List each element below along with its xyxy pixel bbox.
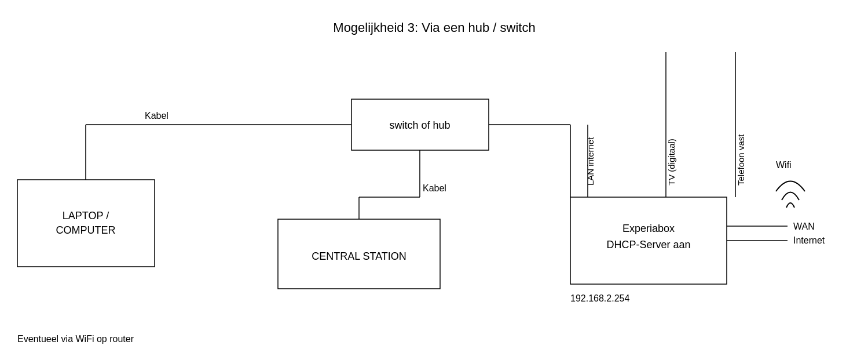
internet-label: Internet bbox=[793, 235, 825, 245]
switch-label: switch of hub bbox=[389, 119, 450, 131]
ip-label: 192.168.2.254 bbox=[570, 293, 629, 303]
wan-label: WAN bbox=[793, 221, 815, 231]
wifi-arc1 bbox=[776, 181, 805, 192]
experiabox-label2: DHCP-Server aan bbox=[606, 239, 690, 250]
tv-label: TV (digitaal) bbox=[666, 139, 676, 186]
wifi-label: Wifi bbox=[776, 160, 792, 170]
laptop-label2: COMPUTER bbox=[56, 224, 116, 236]
kabel2-label: Kabel bbox=[423, 183, 446, 193]
experiabox-label1: Experiabox bbox=[622, 223, 675, 234]
footer-label: Eventueel via WiFi op router bbox=[17, 334, 134, 344]
wifi-arc2 bbox=[782, 192, 799, 201]
laptop-box bbox=[17, 180, 155, 267]
diagram: Mogelijkheid 3: Via een hub / switch swi… bbox=[0, 0, 868, 356]
title: Mogelijkheid 3: Via een hub / switch bbox=[333, 20, 535, 35]
telefoon-label: Telefoon vast bbox=[736, 134, 746, 186]
central-label: CENTRAL STATION bbox=[312, 250, 406, 262]
lan-label: LAN internet bbox=[585, 137, 595, 186]
laptop-label1: LAPTOP / bbox=[63, 210, 109, 221]
network-diagram: Mogelijkheid 3: Via een hub / switch swi… bbox=[0, 0, 868, 356]
wifi-arc3 bbox=[786, 203, 794, 208]
kabel1-label: Kabel bbox=[145, 111, 169, 121]
